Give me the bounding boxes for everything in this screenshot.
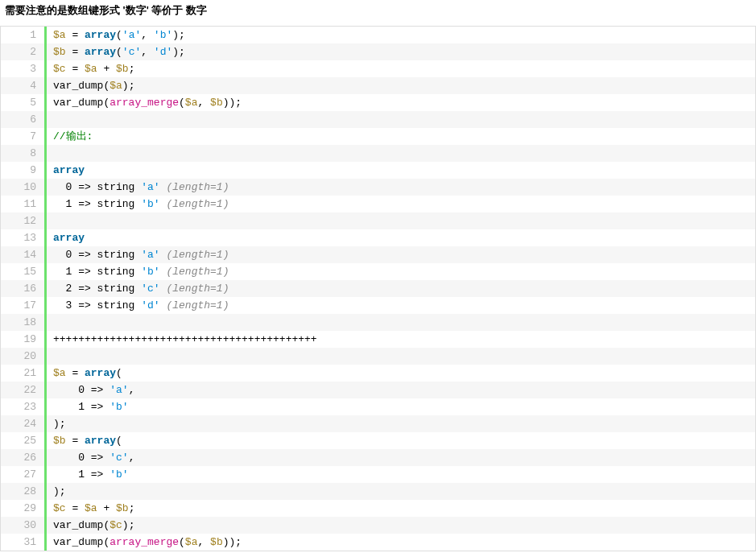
code-line: 13array xyxy=(1,229,755,246)
code-token: $b xyxy=(210,97,223,109)
code-token: = xyxy=(66,502,85,514)
code-token: (length=1) xyxy=(166,198,229,210)
code-token: , xyxy=(141,29,154,41)
line-number: 4 xyxy=(1,77,44,94)
code-content: 1 => string 'b' (length=1) xyxy=(47,263,755,280)
code-token: $a xyxy=(53,29,66,41)
code-content: $a = array('a', 'b'); xyxy=(47,27,755,43)
code-line: 17 3 => string 'd' (length=1) xyxy=(1,297,755,314)
code-token: 0 => xyxy=(53,384,109,396)
code-content xyxy=(47,145,755,162)
code-token: , xyxy=(129,384,135,396)
code-line: 30var_dump($c); xyxy=(1,517,755,534)
code-token: $c xyxy=(53,63,66,75)
code-token: ); xyxy=(53,418,66,430)
code-token: 0 => xyxy=(53,452,109,464)
code-token: 'd' xyxy=(154,46,172,58)
code-token: $a xyxy=(185,97,198,109)
line-number: 24 xyxy=(1,415,44,432)
code-content: var_dump(array_merge($a, $b)); xyxy=(47,94,755,111)
code-token: ( xyxy=(116,29,122,41)
line-number: 14 xyxy=(1,246,44,263)
code-token: = xyxy=(66,29,85,41)
code-line: 1$a = array('a', 'b'); xyxy=(1,27,755,43)
line-number: 30 xyxy=(1,517,44,534)
code-token: var_dump( xyxy=(53,80,109,92)
code-token: (length=1) xyxy=(166,283,229,295)
code-token: ); xyxy=(172,29,185,41)
line-number: 29 xyxy=(1,500,44,517)
code-token: $b xyxy=(53,46,66,58)
code-line: 19++++++++++++++++++++++++++++++++++++++… xyxy=(1,331,755,348)
code-line: 15 1 => string 'b' (length=1) xyxy=(1,263,755,280)
line-number: 16 xyxy=(1,280,44,297)
code-token: 'c' xyxy=(141,283,159,295)
line-number: 22 xyxy=(1,382,44,398)
code-token: ( xyxy=(179,97,185,109)
code-content: 0 => string 'a' (length=1) xyxy=(47,179,755,196)
code-content: ); xyxy=(47,415,755,432)
code-content: 0 => 'a', xyxy=(47,382,755,398)
code-content xyxy=(47,212,755,229)
code-line: 12 xyxy=(1,212,755,229)
code-token: 1 => string xyxy=(53,198,141,210)
line-number: 19 xyxy=(1,331,44,348)
code-token: array xyxy=(85,435,116,447)
code-token: = xyxy=(66,46,85,58)
code-content xyxy=(47,314,755,331)
line-number: 9 xyxy=(1,162,44,179)
code-line: 10 0 => string 'a' (length=1) xyxy=(1,179,755,196)
code-token: $a xyxy=(109,80,122,92)
code-token: + xyxy=(97,502,116,514)
code-token: ( xyxy=(116,46,122,58)
code-line: 18 xyxy=(1,314,755,331)
code-content: 3 => string 'd' (length=1) xyxy=(47,297,755,314)
code-token: ); xyxy=(122,519,135,531)
code-content: 2 => string 'c' (length=1) xyxy=(47,280,755,297)
code-token: $b xyxy=(116,63,129,75)
code-token: = xyxy=(66,367,85,379)
line-number: 26 xyxy=(1,449,44,466)
code-token: 2 => string xyxy=(53,283,141,295)
code-content xyxy=(47,348,755,365)
code-token: = xyxy=(66,63,85,75)
code-token: ); xyxy=(172,46,185,58)
code-line: 25$b = array( xyxy=(1,432,755,449)
code-line: 2$b = array('c', 'd'); xyxy=(1,43,755,60)
code-content: var_dump($c); xyxy=(47,517,755,534)
code-line: 11 1 => string 'b' (length=1) xyxy=(1,196,755,212)
code-content: 1 => 'b' xyxy=(47,398,755,415)
code-content: //输出: xyxy=(47,128,755,145)
code-token: var_dump( xyxy=(53,536,109,548)
code-line: 3$c = $a + $b; xyxy=(1,60,755,77)
code-token: 1 => xyxy=(53,468,109,481)
line-number: 5 xyxy=(1,94,44,111)
code-token: )); xyxy=(223,97,242,109)
code-token: 'a' xyxy=(141,249,159,261)
code-token: array_merge xyxy=(109,536,179,548)
code-content: 0 => string 'a' (length=1) xyxy=(47,246,755,263)
code-line: 27 1 => 'b' xyxy=(1,466,755,483)
code-content: $b = array('c', 'd'); xyxy=(47,43,755,60)
line-number: 21 xyxy=(1,365,44,382)
code-line: 24); xyxy=(1,415,755,432)
code-token: 1 => string xyxy=(53,266,141,278)
code-token: $c xyxy=(53,502,66,514)
code-line: 7//输出: xyxy=(1,128,755,145)
code-line: 29$c = $a + $b; xyxy=(1,500,755,517)
code-token: 'b' xyxy=(141,198,159,210)
code-token: ( xyxy=(116,435,122,447)
line-number: 10 xyxy=(1,179,44,196)
line-number: 13 xyxy=(1,229,44,246)
code-token: , xyxy=(197,97,210,109)
code-token: )); xyxy=(223,536,242,548)
code-token: $a xyxy=(85,502,97,514)
code-token: $b xyxy=(116,502,129,514)
code-token: 'a' xyxy=(141,181,159,193)
code-token: ); xyxy=(53,485,66,497)
code-token: $b xyxy=(53,435,66,447)
code-line: 28); xyxy=(1,483,755,500)
line-number: 17 xyxy=(1,297,44,314)
code-token: (length=1) xyxy=(166,299,229,312)
code-token: (length=1) xyxy=(166,266,229,278)
